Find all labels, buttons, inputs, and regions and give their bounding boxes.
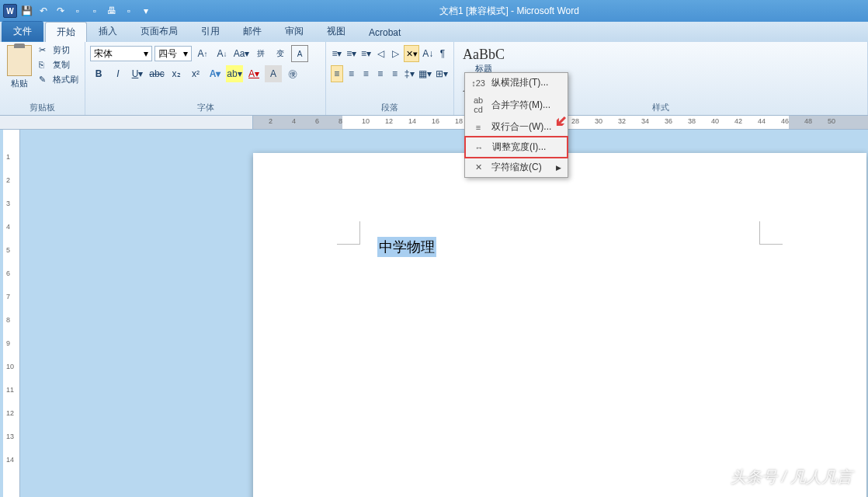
font-size-combo[interactable]: 四号▾	[155, 46, 192, 61]
align-left-button[interactable]: ≡	[331, 65, 343, 82]
bullets-button[interactable]: ≡▾	[331, 45, 343, 62]
bold-button[interactable]: B	[90, 65, 107, 82]
scale-icon: ✕	[471, 162, 485, 172]
ribbon: 粘贴 剪切 复制 格式刷 剪贴板 宋体▾ 四号▾ A↑ A↓ Aa▾ 拼 变 A…	[0, 42, 868, 116]
ribbon-tabs: 文件 开始 插入 页面布局 引用 邮件 审阅 视图 Acrobat	[0, 22, 868, 42]
italic-button[interactable]: I	[109, 65, 127, 82]
distributed-button[interactable]: ≡	[389, 65, 401, 82]
align-right-button[interactable]: ≡	[359, 65, 372, 82]
tab-home[interactable]: 开始	[45, 22, 87, 42]
tab-mailings[interactable]: 邮件	[231, 21, 273, 42]
paragraph-group: ≡▾ ≡▾ ≡▾ ◁ ▷ ✕▾ A↓ ¶ ≡ ≡ ≡ ≡ ≡ ‡▾ ▦▾ ⊞▾ …	[326, 42, 454, 115]
asian-layout-button[interactable]: ✕▾	[404, 45, 419, 62]
show-marks-button[interactable]: ¶	[436, 45, 449, 62]
numbering-button[interactable]: ≡▾	[345, 45, 358, 62]
clear-format-button[interactable]: 变	[272, 45, 289, 62]
tab-references[interactable]: 引用	[189, 21, 231, 42]
char-scale-item[interactable]: ✕字符缩放(C)▶	[465, 158, 568, 177]
align-center-button[interactable]: ≡	[345, 65, 358, 82]
vertical-ruler[interactable]: 1234567891011121314	[3, 130, 20, 497]
chevron-down-icon: ▾	[183, 48, 188, 59]
redo-icon[interactable]: ↷	[53, 3, 68, 19]
copy-button[interactable]: 复制	[37, 58, 80, 71]
tab-acrobat[interactable]: Acrobat	[357, 23, 412, 42]
watermark-text: 头条号 / 凡人凡言	[731, 467, 852, 488]
paste-label: 粘贴	[11, 78, 28, 88]
title-bar: W 💾 ↶ ↷ ▫ ▫ 🖶 ▫ ▾ 文档1 [兼容模式] - Microsoft…	[0, 0, 868, 22]
font-group: 宋体▾ 四号▾ A↑ A↓ Aa▾ 拼 变 A B I U▾ abc x₂ x²…	[85, 42, 326, 115]
text-effects-button[interactable]: A▾	[207, 65, 224, 82]
subscript-button[interactable]: x₂	[168, 65, 185, 82]
selected-text[interactable]: 中学物理	[377, 237, 436, 257]
decrease-indent-button[interactable]: ◁	[374, 45, 387, 62]
tab-review[interactable]: 审阅	[273, 21, 315, 42]
justify-button[interactable]: ≡	[374, 65, 387, 82]
phonetic-button[interactable]: 拼	[252, 45, 269, 62]
font-label: 字体	[85, 100, 325, 115]
undo-icon[interactable]: ↶	[36, 3, 51, 19]
format-painter-button[interactable]: 格式刷	[37, 73, 80, 86]
paste-icon	[7, 45, 32, 76]
vertical-text-item[interactable]: ↕23纵横混排(T)...	[465, 73, 568, 92]
cut-button[interactable]: 剪切	[37, 43, 80, 57]
horizontal-ruler[interactable]: 2246810121416182022242628303234363840424…	[0, 116, 868, 130]
brush-icon	[39, 75, 50, 85]
fitwidth-icon: ↔	[472, 143, 486, 152]
margin-corner-icon	[759, 221, 783, 245]
qat-icon[interactable]: ▫	[70, 3, 85, 19]
highlight-button[interactable]: ab▾	[226, 65, 243, 82]
line-spacing-button[interactable]: ‡▾	[403, 65, 415, 82]
tab-view[interactable]: 视图	[315, 21, 357, 42]
fit-width-item[interactable]: ↔调整宽度(I)...	[464, 136, 568, 158]
tab-insert[interactable]: 插入	[87, 21, 129, 42]
font-color-button[interactable]: A▾	[245, 65, 262, 82]
sort-button[interactable]: A↓	[422, 45, 434, 62]
word-app-icon[interactable]: W	[3, 4, 17, 18]
character-shading-button[interactable]: A	[265, 65, 282, 82]
style-heading1[interactable]: AaBbC标题	[459, 45, 509, 76]
combine-chars-item[interactable]: abcd合并字符(M)...	[465, 92, 568, 117]
vertical-icon: ↕23	[471, 78, 485, 88]
quick-access-toolbar: W 💾 ↶ ↷ ▫ ▫ 🖶 ▫ ▾	[3, 3, 154, 19]
underline-button[interactable]: U▾	[129, 65, 146, 82]
clipboard-label: 剪贴板	[0, 100, 85, 115]
grow-font-button[interactable]: A↑	[194, 45, 211, 62]
superscript-button[interactable]: x²	[187, 65, 204, 82]
chevron-down-icon: ▾	[144, 48, 148, 59]
increase-indent-button[interactable]: ▷	[389, 45, 401, 62]
asian-layout-dropdown: ↕23纵横混排(T)... abcd合并字符(M)... ≡双行合一(W)...…	[464, 72, 568, 178]
clipboard-group: 粘贴 剪切 复制 格式刷 剪贴板	[0, 42, 85, 115]
borders-button[interactable]: ⊞▾	[435, 65, 449, 82]
window-title: 文档1 [兼容模式] - Microsoft Word	[154, 5, 865, 18]
shrink-font-button[interactable]: A↓	[214, 45, 231, 62]
change-case-button[interactable]: Aa▾	[233, 45, 250, 62]
twolines-icon: ≡	[471, 123, 485, 132]
print-icon[interactable]: 🖶	[104, 3, 120, 19]
font-name-combo[interactable]: 宋体▾	[90, 46, 152, 61]
copy-icon	[39, 60, 50, 71]
margin-corner-icon	[337, 221, 360, 245]
save-icon[interactable]: 💾	[19, 3, 34, 19]
tab-file[interactable]: 文件	[2, 21, 43, 42]
scissors-icon	[39, 45, 50, 56]
multilevel-button[interactable]: ≡▾	[360, 45, 373, 62]
paragraph-label: 段落	[326, 100, 453, 115]
document-area: 1234567891011121314 中学物理	[0, 130, 868, 497]
shading-button[interactable]: ▦▾	[418, 65, 432, 82]
character-border-button[interactable]: A	[291, 45, 308, 62]
qat-icon[interactable]: ▫	[121, 3, 137, 19]
enclose-char-button[interactable]: ㊝	[284, 65, 301, 82]
document-page[interactable]: 中学物理	[253, 153, 866, 497]
qat-dropdown-icon[interactable]: ▾	[138, 3, 154, 19]
qat-icon[interactable]: ▫	[87, 3, 102, 19]
tab-layout[interactable]: 页面布局	[129, 21, 189, 42]
strikethrough-button[interactable]: abc	[148, 65, 165, 82]
combine-icon: abcd	[471, 96, 485, 114]
submenu-arrow-icon: ▶	[556, 164, 561, 172]
paste-button[interactable]: 粘贴	[5, 43, 34, 89]
